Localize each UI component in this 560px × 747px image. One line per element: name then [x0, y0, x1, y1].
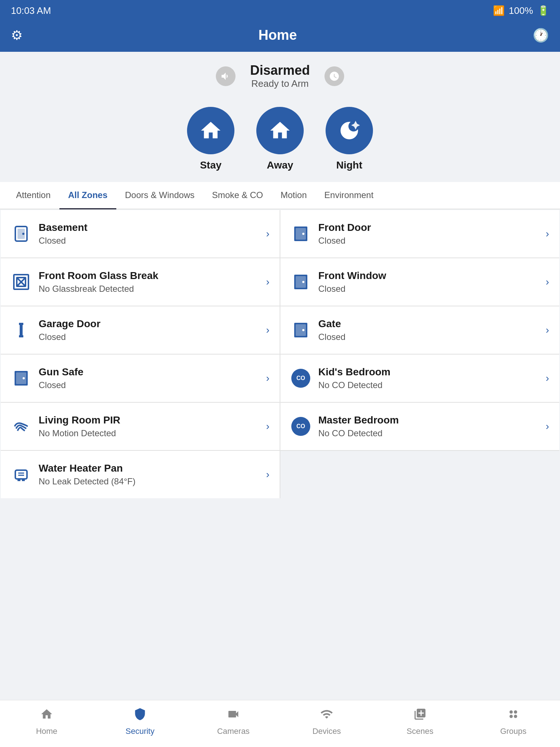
tab-environment[interactable]: Environment: [316, 182, 382, 209]
svg-point-32: [514, 711, 517, 714]
gate-name: Gate: [318, 318, 538, 330]
tab-smoke-co[interactable]: Smoke & CO: [203, 182, 272, 209]
cameras-nav-icon: [227, 708, 240, 724]
zone-gun-safe[interactable]: Gun Safe Closed ›: [1, 355, 280, 402]
nav-home[interactable]: Home: [18, 708, 76, 736]
zone-gate[interactable]: Gate Closed ›: [280, 306, 559, 354]
co-circle-kids: CO: [291, 369, 310, 388]
away-label: Away: [267, 159, 293, 171]
away-mode-button[interactable]: Away: [256, 107, 304, 171]
basement-name: Basement: [39, 222, 259, 233]
pir-info: Living Room PIR No Motion Detected: [39, 414, 259, 438]
zone-glass-break[interactable]: Front Room Glass Break No Glassbreak Det…: [1, 258, 280, 306]
schedule-icon[interactable]: [324, 66, 344, 86]
nav-devices[interactable]: Devices: [298, 708, 356, 736]
away-icon-circle: [256, 107, 304, 154]
master-bedroom-status: No CO Detected: [318, 428, 538, 438]
groups-nav-icon: [507, 708, 520, 724]
status-right: 📶 100% 🔋: [493, 5, 549, 16]
zones-grid: Basement Closed › Front Door Closed ›: [1, 210, 559, 498]
zone-front-window[interactable]: Front Window Closed ›: [280, 258, 559, 306]
wifi-icon: 📶: [493, 5, 505, 16]
svg-marker-3: [351, 121, 360, 129]
nav-security[interactable]: Security: [111, 708, 169, 736]
nav-groups[interactable]: Groups: [484, 708, 542, 736]
basement-status: Closed: [39, 236, 259, 246]
kids-bedroom-icon: CO: [291, 368, 311, 388]
glass-break-chevron: ›: [266, 276, 269, 288]
home-nav-icon: [40, 708, 53, 724]
history-button[interactable]: 🕐: [533, 28, 549, 43]
nav-cameras[interactable]: Cameras: [204, 708, 262, 736]
svg-rect-18: [19, 323, 23, 325]
header: ⚙ Home 🕐: [0, 22, 560, 52]
arm-status-subtitle: Ready to Arm: [250, 78, 310, 89]
svg-point-6: [22, 233, 24, 235]
svg-point-0: [208, 126, 214, 132]
arm-status-text: Disarmed Ready to Arm: [250, 63, 310, 89]
water-heater-icon: [11, 464, 31, 485]
zone-master-bedroom[interactable]: CO Master Bedroom No CO Detected ›: [280, 403, 559, 450]
tab-motion[interactable]: Motion: [272, 182, 316, 209]
zone-empty: [280, 451, 559, 498]
zone-garage-door[interactable]: Garage Door Closed ›: [1, 306, 280, 354]
front-window-chevron: ›: [546, 276, 549, 288]
gun-safe-chevron: ›: [266, 372, 269, 384]
settings-button[interactable]: ⚙: [11, 28, 23, 43]
main-content: Disarmed Ready to Arm Stay: [0, 52, 560, 546]
svg-point-2: [281, 126, 285, 130]
devices-nav-icon: [320, 708, 333, 724]
zone-living-room-pir[interactable]: Living Room PIR No Motion Detected ›: [1, 403, 280, 450]
tab-doors-windows[interactable]: Doors & Windows: [116, 182, 203, 209]
garage-door-info: Garage Door Closed: [39, 318, 259, 342]
garage-door-name: Garage Door: [39, 318, 259, 330]
water-heater-status: No Leak Detected (84°F): [39, 476, 259, 487]
zone-kids-bedroom[interactable]: CO Kid's Bedroom No CO Detected ›: [280, 355, 559, 402]
gun-safe-status: Closed: [39, 380, 259, 390]
master-bedroom-info: Master Bedroom No CO Detected: [318, 414, 538, 438]
master-bedroom-name: Master Bedroom: [318, 414, 538, 426]
gun-safe-name: Gun Safe: [39, 366, 259, 378]
zone-water-heater[interactable]: Water Heater Pan No Leak Detected (84°F)…: [1, 451, 280, 498]
battery-level: 100%: [509, 5, 533, 16]
status-bar: 10:03 AM 📶 100% 🔋: [0, 0, 560, 22]
stay-mode-button[interactable]: Stay: [187, 107, 234, 171]
kids-bedroom-status: No CO Detected: [318, 380, 538, 390]
sound-icon[interactable]: [216, 66, 236, 86]
front-door-info: Front Door Closed: [318, 222, 538, 246]
zone-front-door[interactable]: Front Door Closed ›: [280, 210, 559, 258]
night-mode-button[interactable]: Night: [326, 107, 373, 171]
svg-point-25: [23, 377, 25, 379]
kids-bedroom-chevron: ›: [546, 372, 549, 384]
garage-door-status: Closed: [39, 332, 259, 342]
master-bedroom-chevron: ›: [546, 421, 549, 432]
basement-info: Basement Closed: [39, 222, 259, 246]
garage-door-icon: [11, 320, 31, 340]
page-title: Home: [23, 27, 533, 43]
tab-attention[interactable]: Attention: [7, 182, 59, 209]
arm-status-section: Disarmed Ready to Arm: [0, 52, 560, 100]
master-bedroom-icon: CO: [291, 416, 311, 437]
nav-security-label: Security: [125, 727, 154, 736]
arm-status-row: Disarmed Ready to Arm: [7, 63, 553, 89]
front-window-status: Closed: [318, 284, 538, 294]
kids-bedroom-info: Kid's Bedroom No CO Detected: [318, 366, 538, 390]
nav-scenes[interactable]: Scenes: [391, 708, 449, 736]
night-label: Night: [336, 159, 362, 171]
basement-chevron: ›: [266, 228, 269, 240]
nav-home-label: Home: [36, 727, 58, 736]
gun-safe-info: Gun Safe Closed: [39, 366, 259, 390]
security-nav-icon: [133, 708, 147, 724]
tab-all-zones[interactable]: All Zones: [59, 182, 116, 209]
glass-break-status: No Glassbreak Detected: [39, 284, 259, 294]
zone-tabs: Attention All Zones Doors & Windows Smok…: [0, 182, 560, 209]
svg-point-9: [302, 233, 304, 235]
gate-info: Gate Closed: [318, 318, 538, 342]
front-window-name: Front Window: [318, 270, 538, 282]
gate-status: Closed: [318, 332, 538, 342]
pir-status: No Motion Detected: [39, 428, 259, 438]
stay-icon-circle: [187, 107, 234, 154]
battery-icon: 🔋: [537, 5, 549, 16]
glass-break-icon: [11, 272, 31, 292]
zone-basement[interactable]: Basement Closed ›: [1, 210, 280, 258]
